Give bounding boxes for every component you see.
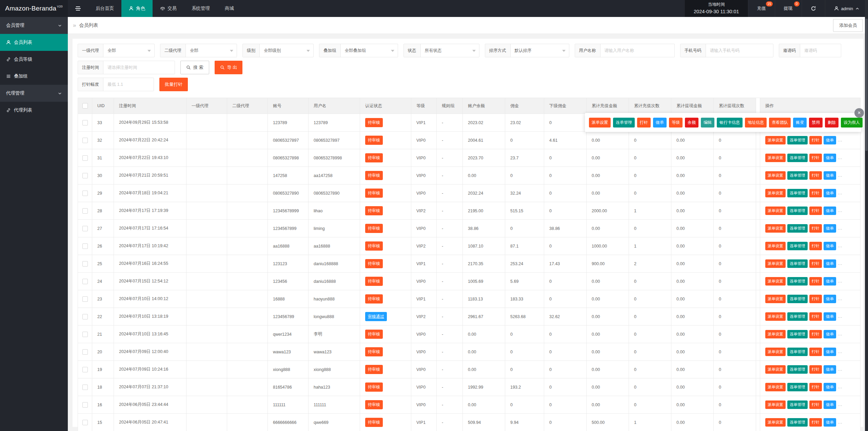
sidebar-item-agent-management[interactable]: 代理管理 (0, 85, 68, 102)
invite-code-input[interactable] (800, 44, 841, 57)
row-checkbox[interactable] (82, 226, 88, 231)
dispatch-settings-button[interactable]: 派单设置 (765, 171, 786, 180)
edit-button[interactable]: 编辑 (701, 118, 714, 128)
status-badge[interactable]: 待审核 (365, 259, 383, 268)
make-order-button[interactable]: 做单 (824, 348, 836, 356)
select-all-checkbox[interactable] (82, 103, 88, 109)
status-badge[interactable]: 待审核 (365, 153, 383, 162)
dispatch-settings-button[interactable]: 派单设置 (765, 365, 786, 374)
make-order-button[interactable]: 做单 (824, 136, 836, 144)
dispatch-settings-button[interactable]: 派单设置 (765, 330, 786, 338)
more-actions-button[interactable]: ... (838, 314, 842, 319)
nav-item-system[interactable]: 系统管理 (184, 0, 217, 17)
status-badge[interactable]: 待审核 (365, 241, 383, 251)
dispatch-settings-button[interactable]: 派单设置 (765, 259, 786, 268)
row-checkbox[interactable] (82, 279, 88, 284)
status-badge[interactable]: 待审核 (365, 418, 383, 427)
make-order-button[interactable]: 做单 (824, 171, 836, 180)
chain-order-management-button[interactable]: 连单管理 (787, 277, 808, 286)
inject-button[interactable]: 打针 (809, 136, 822, 144)
more-actions-button[interactable]: ... (838, 296, 842, 301)
export-button[interactable]: 导 出 (215, 61, 243, 74)
chain-order-management-button[interactable]: 连单管理 (787, 295, 808, 303)
more-actions-button[interactable]: ... (838, 349, 842, 354)
dispatch-settings-button[interactable]: 派单设置 (765, 383, 786, 391)
chain-order-management-button[interactable]: 连单管理 (787, 154, 808, 162)
chain-order-management-button[interactable]: 连单管理 (787, 418, 808, 427)
nav-item-mall[interactable]: 商城 (217, 0, 241, 17)
sidebar-item-agent-list[interactable]: 代理列表 (0, 102, 68, 119)
agent1-select[interactable]: 全部 (103, 44, 154, 57)
nav-item-role[interactable]: 角色 (121, 0, 153, 17)
inject-button[interactable]: 打针 (809, 383, 822, 391)
refresh-button[interactable] (802, 0, 825, 17)
status-badge[interactable]: 待审核 (365, 294, 383, 303)
make-order-button[interactable]: 做单 (824, 295, 836, 303)
dispatch-settings-button[interactable]: 派单设置 (765, 312, 786, 321)
status-select[interactable]: 所有状态 (421, 44, 479, 57)
inject-button[interactable]: 打针 (809, 189, 822, 197)
status-badge[interactable]: 待审核 (365, 383, 383, 392)
chain-order-management-button[interactable]: 连单管理 (787, 136, 808, 144)
level-select[interactable]: 全部级别 (260, 44, 313, 57)
more-actions-button[interactable]: ... (838, 279, 842, 283)
more-actions-button[interactable]: ... (838, 243, 842, 248)
chain-order-management-button[interactable]: 连单管理 (613, 118, 635, 128)
more-actions-button[interactable]: ... (838, 367, 842, 372)
dispatch-settings-button[interactable]: 派单设置 (765, 242, 786, 250)
more-actions-button[interactable]: ... (838, 155, 842, 160)
row-checkbox[interactable] (82, 120, 88, 125)
more-actions-button[interactable]: ... (838, 138, 842, 142)
bank-card-info-button[interactable]: 银行卡信息 (717, 118, 743, 128)
inject-button[interactable]: 打针 (809, 224, 822, 233)
more-actions-button[interactable]: ... (838, 332, 842, 336)
inject-button[interactable]: 打针 (809, 154, 822, 162)
view-team-button[interactable]: 查看团队 (769, 118, 791, 128)
chain-order-management-button[interactable]: 连单管理 (787, 330, 808, 338)
page-scrollbar[interactable] (865, 0, 868, 431)
sidebar-item-member-level[interactable]: 会员等级 (0, 51, 68, 68)
address-info-button[interactable]: 地址信息 (745, 118, 767, 128)
dispatch-settings-button[interactable]: 派单设置 (765, 400, 786, 409)
row-checkbox[interactable] (82, 208, 88, 214)
more-actions-button[interactable]: ... (838, 208, 842, 213)
brand-logo[interactable]: Amazon-Beranda V20 (0, 0, 68, 17)
scrollbar-thumb[interactable] (865, 19, 868, 151)
sort-select[interactable]: 默认排序 (511, 44, 569, 57)
level-button[interactable]: 等级 (669, 118, 683, 128)
row-checkbox[interactable] (82, 332, 88, 337)
row-checkbox[interactable] (82, 385, 88, 390)
status-badge[interactable]: 审核通过 (365, 312, 387, 321)
make-order-button[interactable]: 做单 (824, 277, 836, 286)
inject-button[interactable]: 打针 (809, 330, 822, 338)
dispatch-settings-button[interactable]: 派单设置 (765, 136, 786, 144)
username-input[interactable] (600, 44, 674, 57)
disable-button[interactable]: 禁用 (809, 118, 823, 128)
status-badge[interactable]: 待审核 (365, 206, 383, 215)
more-actions-button[interactable]: ... (838, 385, 842, 389)
needle-range-input[interactable] (103, 78, 154, 91)
status-badge[interactable]: 待审核 (365, 136, 383, 145)
dispatch-settings-button[interactable]: 派单设置 (589, 118, 611, 128)
row-checkbox[interactable] (82, 314, 88, 319)
inject-button[interactable]: 打针 (809, 277, 822, 286)
row-checkbox[interactable] (82, 402, 88, 408)
chain-order-management-button[interactable]: 连单管理 (787, 242, 808, 250)
chain-order-management-button[interactable]: 连单管理 (787, 259, 808, 268)
dispatch-settings-button[interactable]: 派单设置 (765, 189, 786, 197)
nav-item-trade[interactable]: 交易 (153, 0, 184, 17)
chain-order-management-button[interactable]: 连单管理 (787, 312, 808, 321)
chain-order-management-button[interactable]: 连单管理 (787, 171, 808, 180)
make-order-button[interactable]: 做单 (824, 365, 836, 374)
hamburger-icon[interactable] (68, 0, 88, 17)
stack-group-select[interactable]: 全部叠加组 (341, 44, 398, 57)
dispatch-settings-button[interactable]: 派单设置 (765, 295, 786, 303)
make-order-button[interactable]: 做单 (824, 330, 836, 338)
make-order-button[interactable]: 做单 (653, 118, 667, 128)
make-order-button[interactable]: 做单 (824, 207, 836, 215)
more-actions-button[interactable]: ... (838, 191, 842, 195)
make-order-button[interactable]: 做单 (824, 400, 836, 409)
status-badge[interactable]: 待审核 (365, 189, 383, 198)
chain-order-management-button[interactable]: 连单管理 (787, 383, 808, 391)
status-badge[interactable]: 待审核 (365, 347, 383, 356)
